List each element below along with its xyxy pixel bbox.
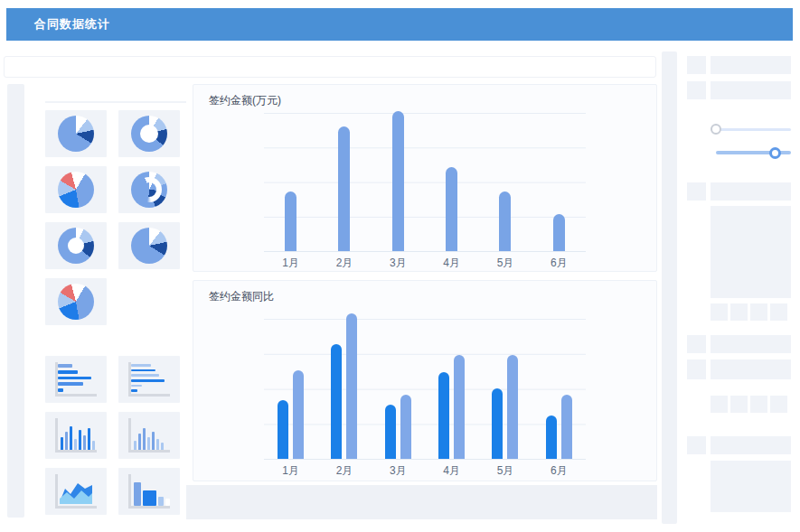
placeholder-bar [711,182,791,201]
placeholder-square [687,182,706,201]
chart1-bars [264,113,586,251]
placeholder-block [711,461,791,512]
x-axis-label: 5月 [478,463,532,479]
placeholder-bar [711,81,791,99]
pie-chart-icon[interactable] [45,110,107,157]
page-header: 合同数据统计 [6,8,793,41]
chart2-x-axis: 1月2月3月4月5月6月 [264,463,586,479]
area-chart-icon[interactable] [45,468,107,515]
bar [392,111,404,251]
bar [492,388,503,459]
donut-chart-icon[interactable] [118,110,180,157]
top-toolbar [4,56,656,78]
ring-chart-icon[interactable] [45,222,107,269]
chart-panel-signing-amount-yoy: 签约金额同比 1月2月3月4月5月6月 [193,280,657,481]
thumbnail-divider [45,101,186,103]
x-axis-label: 3月 [372,463,425,479]
bar [446,167,457,251]
placeholder-chip [711,396,728,413]
x-axis-label: 4月 [425,256,478,271]
x-axis-label: 1月 [264,256,317,271]
bar [499,191,511,251]
placeholder-bar [711,335,791,353]
bar-vertical-icon[interactable] [45,412,107,459]
placeholder-square [687,56,706,74]
chart-panel-signing-amount: 签约金额(万元) 1月2月3月4月5月6月 [193,84,657,272]
chart2-title: 签约金额同比 [209,289,274,304]
bar [507,355,518,459]
bar [331,344,342,459]
placeholder-block [711,206,791,298]
x-axis-label: 1月 [264,463,317,479]
placeholder-bar [711,436,791,454]
x-axis-label: 2月 [317,463,371,479]
x-axis-label: 6月 [532,256,586,271]
chart2-bars [264,319,586,459]
placeholder-chip [730,396,748,413]
bar [293,370,304,459]
placeholder-chip [711,303,728,321]
bar [385,405,396,459]
left-strip [7,84,24,518]
chart1-title: 签约金额(万元) [209,93,281,108]
placeholder-chip [770,303,787,321]
chart2-plot: 1月2月3月4月5月6月 [264,319,586,460]
chart1-plot: 1月2月3月4月5月6月 [264,113,586,252]
pie-chart-icon[interactable] [118,222,180,269]
placeholder-chip [730,303,748,321]
right-strip [662,51,677,524]
bar [285,191,296,251]
x-axis-label: 3月 [372,256,425,271]
page-title: 合同数据统计 [34,16,110,33]
placeholder-bar [711,56,791,74]
placeholder-square [687,359,706,379]
bar-vertical-alt-icon[interactable] [118,412,180,459]
placeholder-chip [750,303,767,321]
x-axis-label: 2月 [317,256,371,271]
sunburst-chart-icon[interactable] [118,166,180,213]
pie-chart-multi-icon[interactable] [45,166,107,213]
slider-track-1[interactable] [716,128,791,131]
placeholder-chip [750,396,767,413]
bottom-placeholder [186,485,657,519]
placeholder-square [687,436,706,454]
slider-handle-2[interactable] [769,147,781,159]
placeholder-square [687,81,706,99]
bar [454,355,465,459]
bar-horizontal-alt-icon[interactable] [118,356,180,403]
column-chart-icon[interactable] [118,468,180,515]
bar [278,400,288,459]
chart-type-list-bars [45,356,181,515]
bar [546,415,557,459]
bar [438,372,449,459]
bar [346,313,357,459]
slider-handle-1[interactable] [711,124,721,135]
bar [553,214,565,251]
bar-horizontal-icon[interactable] [45,356,107,403]
pie-chart-multi-icon[interactable] [45,278,107,325]
x-axis-label: 4月 [425,463,478,479]
bar [338,126,350,251]
chart1-x-axis: 1月2月3月4月5月6月 [264,256,586,271]
bar [561,395,572,459]
x-axis-label: 6月 [532,463,586,479]
placeholder-chip [770,396,787,413]
app-window: 合同数据统计 签约金额(万元) 1月2月3月4月5月6月 签约金额同比 1月2月… [0,0,800,532]
chart-type-list-pies [45,110,181,325]
x-axis-label: 5月 [478,256,532,271]
bar [400,395,411,459]
placeholder-square [687,335,706,353]
placeholder-bar [711,359,791,379]
